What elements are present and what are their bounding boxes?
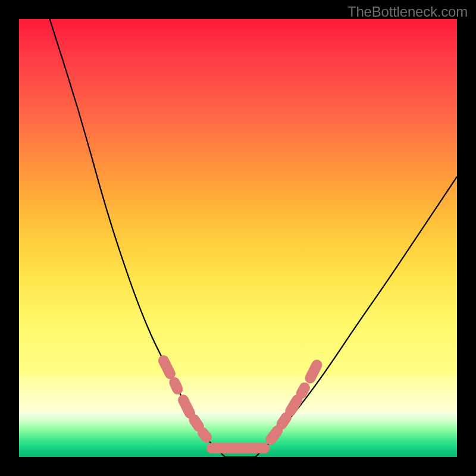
plot-area <box>19 19 457 457</box>
marker-group <box>164 361 317 448</box>
highlight-marker <box>203 433 206 437</box>
highlight-marker <box>282 418 286 424</box>
highlight-marker <box>174 383 177 389</box>
left-curve <box>50 19 256 457</box>
highlight-marker <box>290 400 297 411</box>
highlight-marker <box>183 400 190 413</box>
chart-svg <box>19 19 457 457</box>
highlight-marker <box>302 388 305 394</box>
watermark-text: TheBottleneck.com <box>347 4 468 20</box>
highlight-marker <box>271 431 277 440</box>
highlight-marker <box>164 361 170 374</box>
highlight-marker <box>194 419 198 426</box>
highlight-marker <box>310 365 317 378</box>
frame: TheBottleneck.com <box>0 0 476 476</box>
